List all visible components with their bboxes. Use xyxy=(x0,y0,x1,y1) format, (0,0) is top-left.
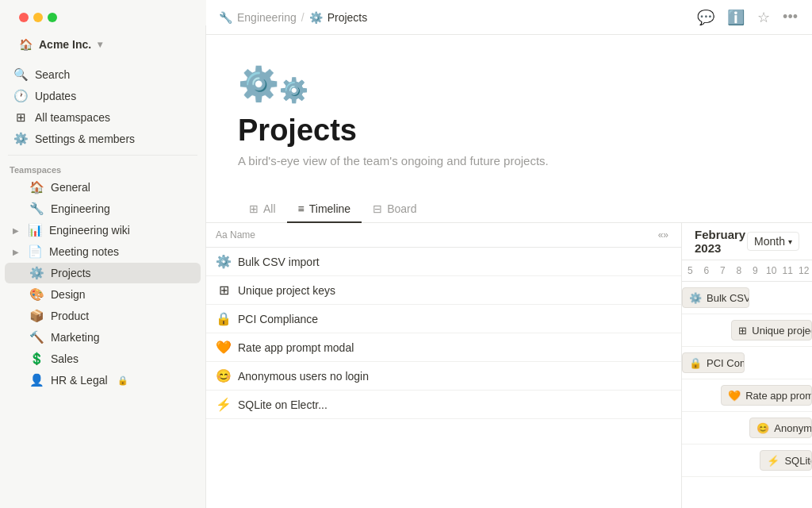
bar-label-0: Bulk CSV import xyxy=(707,292,749,304)
sidebar-label-hr-legal: HR & Legal xyxy=(51,374,108,387)
maximize-button[interactable] xyxy=(48,13,57,22)
collapse-button[interactable]: «» xyxy=(655,228,672,242)
page-title: Projects xyxy=(238,114,780,148)
bar-label-5: SQLite on Electron xyxy=(784,455,812,467)
page-header: ⚙️⚙️ Projects A bird's-eye view of the t… xyxy=(206,35,812,196)
workspace-home-icon: 🏠 xyxy=(19,38,33,51)
timeline-row-5[interactable]: ⚡SQLite on Electron🧑 xyxy=(682,444,812,477)
date-8: 8 xyxy=(731,264,748,278)
sidebar-icon-hr-legal: 👤 xyxy=(29,373,44,387)
timeline-row-3[interactable]: 🧡Rate app prompt modalCompl🧑 xyxy=(682,379,812,412)
more-icon[interactable]: ••• xyxy=(781,7,799,27)
sidebar-icon-settings: ⚙️ xyxy=(13,132,29,146)
table-row-rate-app[interactable]: 🧡Rate app prompt modal xyxy=(206,333,681,362)
sidebar-nav: 🔍Search🕐Updates⊞All teamspaces⚙️Settings… xyxy=(0,64,205,150)
favorite-icon[interactable]: ☆ xyxy=(756,7,772,28)
month-selector[interactable]: Month ▾ xyxy=(747,232,799,251)
breadcrumb-current: Projects xyxy=(327,11,368,24)
row-name-rate-app: Rate app prompt modal xyxy=(238,341,672,354)
tab-all[interactable]: ⊞ All xyxy=(238,196,287,223)
date-9: 9 xyxy=(747,264,764,278)
timeline-bar-3[interactable]: 🧡Rate app prompt modalCompl🧑 xyxy=(721,385,812,406)
topbar: 🔧 Engineering / ⚙️ Projects 💬 ℹ️ ☆ ••• xyxy=(206,0,812,35)
sidebar-label-sales: Sales xyxy=(51,352,79,365)
sidebar-item-general[interactable]: 🏠General xyxy=(5,177,201,198)
timeline-bar-0[interactable]: ⚙️Bulk CSV importComplete🧑 xyxy=(682,287,749,308)
sidebar-item-all-teamspaces[interactable]: ⊞All teamspaces xyxy=(5,107,201,128)
breadcrumb-separator: / xyxy=(301,11,304,24)
timeline-icon: ≡ xyxy=(298,202,304,215)
sidebar-icon-sales: 💲 xyxy=(29,352,44,366)
sidebar-icon-product: 📦 xyxy=(29,309,44,323)
sidebar-icon-search: 🔍 xyxy=(13,67,29,82)
table-header: Aa Name «» xyxy=(206,223,681,248)
timeline-bar-5[interactable]: ⚡SQLite on Electron🧑 xyxy=(760,450,812,471)
row-icon-anon-users: 😊 xyxy=(216,368,232,383)
month-chevron: ▾ xyxy=(788,237,792,246)
timeline-row-4[interactable]: 😊Anonymous users🧑 xyxy=(682,412,812,444)
close-button[interactable] xyxy=(19,13,29,22)
timeline-row-0[interactable]: ⚙️Bulk CSV importComplete🧑 xyxy=(682,282,812,314)
sidebar: 🏠 Acme Inc. ▾ 🔍Search🕐Updates⊞All teamsp… xyxy=(0,0,206,508)
sidebar-label-general: General xyxy=(51,181,90,194)
sidebar-item-projects[interactable]: ⚙️Projects xyxy=(5,263,201,283)
comment-icon[interactable]: 💬 xyxy=(695,7,716,28)
sidebar-item-product[interactable]: 📦Product xyxy=(5,306,201,326)
chevron-icon-meeting-notes: ▶ xyxy=(13,248,19,256)
sidebar-item-marketing[interactable]: 🔨Marketing xyxy=(5,327,201,348)
breadcrumb-parent[interactable]: Engineering xyxy=(237,11,297,24)
row-name-bulk-csv: Bulk CSV import xyxy=(238,256,672,268)
table-row-unique-keys[interactable]: ⊞Unique project keys xyxy=(206,276,681,305)
sidebar-item-hr-legal[interactable]: 👤HR & Legal🔒 xyxy=(5,370,201,391)
bar-label-2: PCI Compliance xyxy=(707,357,745,369)
month-label: Month xyxy=(754,235,785,248)
tab-board[interactable]: ⊟ Board xyxy=(362,196,427,223)
timeline-header: February 2023 Month ▾ xyxy=(682,223,812,260)
timeline-right: February 2023 Month ▾ 56789101112 ⚙️Bulk… xyxy=(682,223,812,508)
sidebar-teamspaces: 🏠General🔧Engineering▶📊Engineering wiki▶📄… xyxy=(0,176,205,391)
timeline-bar-4[interactable]: 😊Anonymous users🧑 xyxy=(749,418,812,438)
breadcrumb-parent-icon: 🔧 xyxy=(219,11,232,24)
info-icon[interactable]: ℹ️ xyxy=(726,7,746,28)
sidebar-item-engineering-wiki[interactable]: ▶📊Engineering wiki xyxy=(5,220,201,241)
bar-icon-5: ⚡ xyxy=(767,455,779,467)
row-icon-pci: 🔒 xyxy=(216,311,232,326)
date-6: 6 xyxy=(699,264,715,278)
bar-icon-3: 🧡 xyxy=(728,390,741,402)
sidebar-item-sales[interactable]: 💲Sales xyxy=(5,348,201,369)
workspace-header[interactable]: 🏠 Acme Inc. ▾ xyxy=(11,33,194,56)
timeline-bar-1[interactable]: ⊞Unique project keysIn flight🧑 xyxy=(731,320,812,341)
sidebar-label-meeting-notes: Meeting notes xyxy=(49,245,119,258)
sidebar-label-search: Search xyxy=(35,68,70,81)
page-icon: ⚙️⚙️ xyxy=(238,60,780,104)
minimize-button[interactable] xyxy=(33,13,43,22)
timeline-row-1[interactable]: ⊞Unique project keysIn flight🧑 xyxy=(682,314,812,347)
timeline-bar-2[interactable]: 🔒PCI ComplianceComplete🧑 xyxy=(682,352,745,373)
date-5: 5 xyxy=(682,264,699,278)
sidebar-item-design[interactable]: 🎨Design xyxy=(5,284,201,305)
row-name-pci: PCI Compliance xyxy=(238,313,672,325)
sidebar-item-search[interactable]: 🔍Search xyxy=(5,64,201,85)
row-name-anon-users: Anonymous users no login xyxy=(238,370,672,383)
sidebar-icon-general: 🏠 xyxy=(29,180,44,194)
sidebar-item-engineering[interactable]: 🔧Engineering xyxy=(5,198,201,219)
sidebar-icon-marketing: 🔨 xyxy=(29,330,44,344)
table-rows: ⚙️Bulk CSV import⊞Unique project keys🔒PC… xyxy=(206,248,681,419)
sidebar-label-all-teamspaces: All teamspaces xyxy=(35,111,110,124)
breadcrumb: 🔧 Engineering / ⚙️ Projects xyxy=(219,11,367,24)
tab-timeline[interactable]: ≡ Timeline xyxy=(287,196,362,223)
table-row-bulk-csv[interactable]: ⚙️Bulk CSV import xyxy=(206,248,681,276)
table-row-pci[interactable]: 🔒PCI Compliance xyxy=(206,305,681,333)
sidebar-label-projects: Projects xyxy=(51,267,91,279)
sidebar-item-updates[interactable]: 🕐Updates xyxy=(5,86,201,106)
bar-icon-4: 😊 xyxy=(756,422,769,434)
table-row-sqlite[interactable]: ⚡SQLite on Electr... xyxy=(206,391,681,419)
bar-label-4: Anonymous users xyxy=(774,422,812,434)
sidebar-label-updates: Updates xyxy=(35,90,76,102)
sidebar-divider-1 xyxy=(8,155,197,156)
sidebar-item-settings[interactable]: ⚙️Settings & members xyxy=(5,129,201,149)
table-row-anon-users[interactable]: 😊Anonymous users no login xyxy=(206,362,681,391)
timeline-month: February 2023 xyxy=(695,228,747,255)
sidebar-item-meeting-notes[interactable]: ▶📄Meeting notes xyxy=(5,241,201,262)
timeline-row-2[interactable]: 🔒PCI ComplianceComplete🧑 xyxy=(682,347,812,379)
